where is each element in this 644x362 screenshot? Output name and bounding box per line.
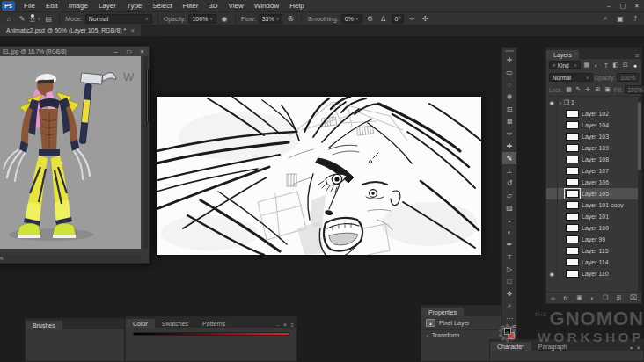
eyedropper-tool[interactable]: ✑: [502, 127, 516, 140]
layer-thumbnail[interactable]: [566, 247, 579, 255]
visibility-toggle[interactable]: [546, 188, 558, 199]
opacity-input[interactable]: 100%∨: [188, 14, 216, 24]
char-panel-collapse-icon[interactable]: ▾: [630, 344, 633, 351]
delete-layer-icon[interactable]: ⌧: [630, 294, 637, 301]
menu-item-window[interactable]: Window: [249, 0, 284, 11]
panel-menu-icon[interactable]: ≡: [633, 53, 641, 59]
tab-layers[interactable]: Layers: [546, 50, 579, 59]
layers-scrollbar[interactable]: [638, 97, 641, 292]
shape-tool[interactable]: □: [502, 275, 516, 287]
eraser-tool[interactable]: ▱: [502, 189, 516, 201]
tab-close-icon[interactable]: ✕: [130, 27, 135, 33]
reference-window-titlebar[interactable]: EL.jpg @ 16.7% (RGB/8) – ▢ ✕: [0, 47, 149, 56]
visibility-toggle[interactable]: [546, 199, 558, 211]
char-panel-close-icon[interactable]: ✕: [636, 344, 640, 351]
layer-row[interactable]: Layer 114: [546, 257, 641, 268]
tab-patterns[interactable]: Patterns: [195, 319, 232, 328]
zoom-tool[interactable]: ⌕: [502, 300, 516, 312]
toggle-brush-panel-icon[interactable]: ▤: [43, 15, 54, 23]
visibility-toggle[interactable]: [546, 211, 558, 222]
adjustment-layer-icon[interactable]: ◐: [590, 295, 594, 301]
layer-row[interactable]: Layer 108: [546, 154, 641, 165]
visibility-toggle[interactable]: [546, 142, 558, 154]
layer-filter-icon[interactable]: ◐: [592, 62, 601, 69]
visibility-toggle[interactable]: [546, 257, 558, 268]
menu-item-type[interactable]: Type: [121, 0, 147, 11]
document-tab[interactable]: Animatic2.psd @ 50% (Layer 105, RGB/8) *…: [0, 25, 141, 36]
eye-icon[interactable]: ◉: [546, 268, 558, 279]
layer-mask-icon[interactable]: ▣: [576, 294, 582, 301]
type-tool[interactable]: T: [502, 250, 516, 263]
visibility-toggle[interactable]: [546, 177, 558, 188]
layer-row[interactable]: Layer 103: [546, 131, 641, 142]
layer-thumbnail[interactable]: [566, 213, 579, 221]
layer-row[interactable]: Layer 102: [546, 108, 641, 119]
visibility-toggle[interactable]: [546, 131, 558, 142]
tab-brushes[interactable]: Brushes: [26, 321, 62, 329]
layer-row[interactable]: Layer 109: [546, 142, 641, 154]
visibility-toggle[interactable]: [546, 119, 558, 131]
color-panel-menu-icon[interactable]: ≡: [290, 322, 294, 328]
layer-thumbnail[interactable]: [566, 110, 579, 118]
close-icon[interactable]: ✕: [630, 3, 644, 10]
menu-item-select[interactable]: Select: [147, 0, 177, 11]
layer-thumbnail[interactable]: [566, 156, 579, 163]
minimize-icon[interactable]: –: [602, 3, 616, 10]
hand-tool[interactable]: ✥: [502, 287, 516, 300]
maximize-icon[interactable]: ▢: [616, 3, 630, 10]
lock-icon[interactable]: ⊞: [594, 86, 603, 93]
group-expand-icon[interactable]: ∨: [559, 100, 562, 105]
tab-color[interactable]: Color: [126, 319, 155, 328]
filter-pin-icon[interactable]: ●: [632, 62, 639, 69]
color-spectrum-ramp[interactable]: [133, 332, 289, 336]
layer-group-row[interactable]: ◉∨❐1: [546, 97, 641, 108]
menu-item-edit[interactable]: Edit: [40, 0, 63, 11]
menu-item-3d[interactable]: 3D: [203, 0, 223, 11]
menu-item-view[interactable]: View: [223, 0, 249, 11]
visibility-toggle[interactable]: [546, 234, 558, 245]
brush-angle-input[interactable]: 0°: [392, 14, 405, 24]
chevron-down-icon[interactable]: ∨: [38, 16, 41, 21]
toolbar-grip[interactable]: [505, 50, 514, 52]
zoom-readout[interactable]: 7%: [0, 256, 4, 261]
menu-item-image[interactable]: Image: [63, 0, 93, 11]
clone-stamp-tool[interactable]: ⊥: [502, 164, 516, 177]
move-tool[interactable]: ✛: [502, 54, 516, 66]
layer-row[interactable]: Layer 107: [546, 165, 641, 177]
layer-row[interactable]: Layer 100: [546, 222, 641, 234]
brush-preset-picker[interactable]: 12: [30, 14, 35, 23]
layer-row[interactable]: Layer 115: [546, 245, 641, 257]
visibility-toggle[interactable]: [546, 245, 558, 257]
reference-image-area[interactable]: W: [0, 56, 141, 249]
healing-brush-tool[interactable]: ✚: [502, 140, 516, 152]
marquee-tool[interactable]: ▭: [502, 66, 516, 78]
smoothing-settings-icon[interactable]: ⚙: [365, 15, 376, 23]
tab-character[interactable]: Character: [490, 342, 531, 351]
pressure-opacity-icon[interactable]: ◉: [219, 15, 230, 23]
dodge-tool[interactable]: ◐: [502, 226, 516, 238]
document-canvas[interactable]: [157, 97, 481, 255]
layer-filter-icon[interactable]: T: [602, 62, 611, 69]
blur-tool[interactable]: ◒: [502, 214, 516, 226]
reference-window-scrollbar[interactable]: [143, 56, 148, 249]
new-group-icon[interactable]: ❐: [603, 294, 608, 301]
visibility-toggle[interactable]: [546, 165, 558, 177]
foreground-color-swatch[interactable]: [504, 328, 511, 335]
home-icon[interactable]: ⌂: [4, 15, 14, 23]
search-icon[interactable]: ⌕: [600, 14, 611, 23]
tab-paragraph[interactable]: Paragraph: [531, 342, 574, 351]
swap-colors-icon[interactable]: ⇄: [513, 323, 516, 329]
layer-thumbnail[interactable]: [566, 224, 579, 232]
menu-item-filter[interactable]: Filter: [178, 0, 204, 11]
layer-row[interactable]: Layer 101 copy: [546, 199, 641, 211]
filter-kind-select[interactable]: ⌕ Kind ∨: [549, 61, 581, 69]
ref-maximize-icon[interactable]: ▢: [122, 48, 135, 55]
pen-tool[interactable]: ✒: [502, 238, 516, 250]
menu-item-file[interactable]: File: [18, 0, 40, 11]
layer-thumbnail[interactable]: [566, 144, 579, 152]
layers-blend-mode-select[interactable]: Normal∨: [549, 73, 593, 82]
lock-icon[interactable]: ▣: [604, 86, 612, 93]
ref-close-icon[interactable]: ✕: [135, 48, 149, 55]
menu-item-help[interactable]: Help: [284, 0, 309, 11]
airbrush-icon[interactable]: ✇: [285, 15, 296, 23]
